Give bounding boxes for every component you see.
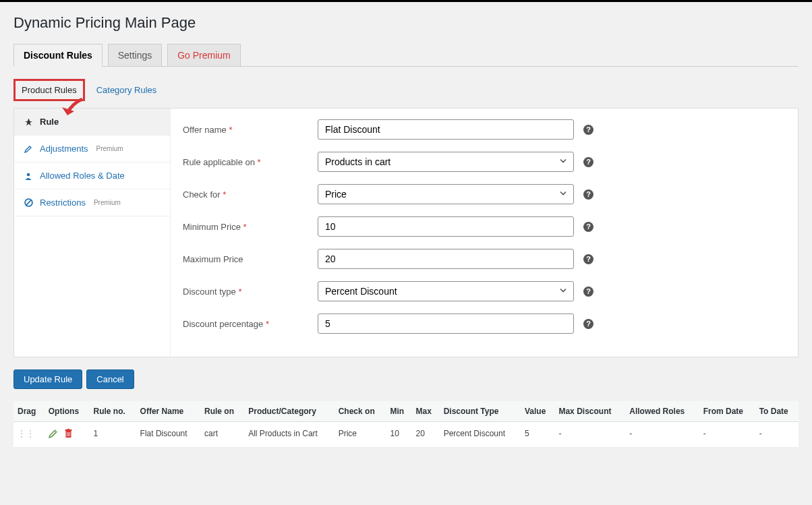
check-for-select[interactable] xyxy=(318,184,574,204)
cell-max-discount: - xyxy=(554,422,625,448)
cancel-button[interactable]: Cancel xyxy=(86,369,134,389)
sidemenu-restrictions-label: Restrictions xyxy=(40,198,86,208)
maximum-price-label: Maximum Price xyxy=(183,254,318,264)
help-icon[interactable]: ? xyxy=(583,222,593,232)
premium-badge: Premium xyxy=(94,199,121,206)
col-max-discount: Max Discount xyxy=(554,401,625,422)
discount-percentage-input[interactable] xyxy=(318,314,574,334)
cell-to-date: - xyxy=(755,422,799,448)
col-product-category: Product/Category xyxy=(244,401,335,422)
cell-rule-no: 1 xyxy=(90,422,136,448)
col-max: Max xyxy=(412,401,440,422)
edit-icon[interactable] xyxy=(49,431,60,440)
sidemenu-rule-label: Rule xyxy=(40,117,59,127)
sidemenu-restrictions[interactable]: Restrictions Premium xyxy=(14,189,170,216)
col-rule-no: Rule no. xyxy=(90,401,136,422)
svg-rect-5 xyxy=(67,429,69,430)
col-drag: Drag xyxy=(13,401,45,422)
subtab-category-rules[interactable]: Category Rules xyxy=(90,81,163,99)
svg-point-0 xyxy=(27,173,30,176)
cell-offer-name: Flat Discount xyxy=(136,422,200,448)
col-check-on: Check on xyxy=(335,401,386,422)
cell-discount-type: Percent Discount xyxy=(440,422,521,448)
col-value: Value xyxy=(521,401,554,422)
col-to-date: To Date xyxy=(755,401,799,422)
cell-min: 10 xyxy=(386,422,412,448)
svg-line-2 xyxy=(26,200,31,206)
side-menu: Rule Adjustments Premium Allowed Roles &… xyxy=(14,109,171,357)
discount-percentage-label: Discount percentage * xyxy=(183,319,318,329)
help-icon[interactable]: ? xyxy=(583,157,593,167)
cell-value: 5 xyxy=(521,422,554,448)
rule-form: Offer name * ? Rule applicable on * ? xyxy=(171,109,798,357)
col-allowed-roles: Allowed Roles xyxy=(625,401,699,422)
rules-table: Drag Options Rule no. Offer Name Rule on… xyxy=(13,401,799,448)
rule-panel: Rule Adjustments Premium Allowed Roles &… xyxy=(13,108,799,357)
trash-icon[interactable] xyxy=(64,431,73,440)
cell-product-category: All Products in Cart xyxy=(244,422,335,448)
help-icon[interactable]: ? xyxy=(583,287,593,297)
offer-name-input[interactable] xyxy=(318,119,574,140)
help-icon[interactable]: ? xyxy=(583,189,593,200)
offer-name-label: Offer name * xyxy=(183,125,318,135)
main-tabs: Discount Rules Settings Go Premium xyxy=(13,44,799,67)
sub-tabs: Product Rules Category Rules xyxy=(13,79,799,101)
page-title: Dynamic Pricing Main Page xyxy=(13,14,799,32)
minimum-price-input[interactable] xyxy=(318,216,574,237)
col-rule-on: Rule on xyxy=(200,401,244,422)
col-offer-name: Offer Name xyxy=(136,401,200,422)
maximum-price-input[interactable] xyxy=(318,249,574,269)
sidemenu-allowed-roles-date-label: Allowed Roles & Date xyxy=(40,171,125,181)
tab-go-premium[interactable]: Go Premium xyxy=(167,44,241,66)
help-icon[interactable]: ? xyxy=(583,254,593,264)
pin-icon xyxy=(24,118,33,126)
check-for-label: Check for * xyxy=(183,189,318,200)
ban-icon xyxy=(24,198,33,207)
cell-rule-on: cart xyxy=(200,422,244,448)
col-from-date: From Date xyxy=(699,401,755,422)
subtab-product-rules[interactable]: Product Rules xyxy=(13,79,85,101)
premium-badge: Premium xyxy=(96,145,123,152)
col-min: Min xyxy=(386,401,412,422)
help-icon[interactable]: ? xyxy=(583,125,593,135)
col-options: Options xyxy=(45,401,90,422)
col-discount-type: Discount Type xyxy=(440,401,521,422)
rule-applicable-select[interactable] xyxy=(318,152,574,172)
cell-check-on: Price xyxy=(335,422,386,448)
sidemenu-adjustments-label: Adjustments xyxy=(40,144,88,154)
cell-max: 20 xyxy=(412,422,440,448)
user-icon xyxy=(24,172,33,180)
update-rule-button[interactable]: Update Rule xyxy=(13,369,82,389)
drag-handle-icon[interactable]: ⋮⋮ xyxy=(18,429,35,438)
sidemenu-adjustments[interactable]: Adjustments Premium xyxy=(14,136,170,162)
tab-discount-rules[interactable]: Discount Rules xyxy=(13,44,103,67)
form-actions: Update Rule Cancel xyxy=(13,369,799,389)
cell-from-date: - xyxy=(699,422,755,448)
minimum-price-label: Minimum Price * xyxy=(183,222,318,232)
pencil-icon xyxy=(24,145,33,153)
table-row: ⋮⋮ 1 Flat Discount cart All Products in … xyxy=(13,422,799,448)
tab-settings[interactable]: Settings xyxy=(108,44,163,66)
sidemenu-allowed-roles-date[interactable]: Allowed Roles & Date xyxy=(14,162,170,189)
rule-applicable-label: Rule applicable on * xyxy=(183,157,318,167)
help-icon[interactable]: ? xyxy=(583,319,593,329)
sidemenu-rule[interactable]: Rule xyxy=(14,109,170,136)
discount-type-select[interactable] xyxy=(318,281,574,301)
cell-allowed-roles: - xyxy=(625,422,699,448)
discount-type-label: Discount type * xyxy=(183,287,318,297)
